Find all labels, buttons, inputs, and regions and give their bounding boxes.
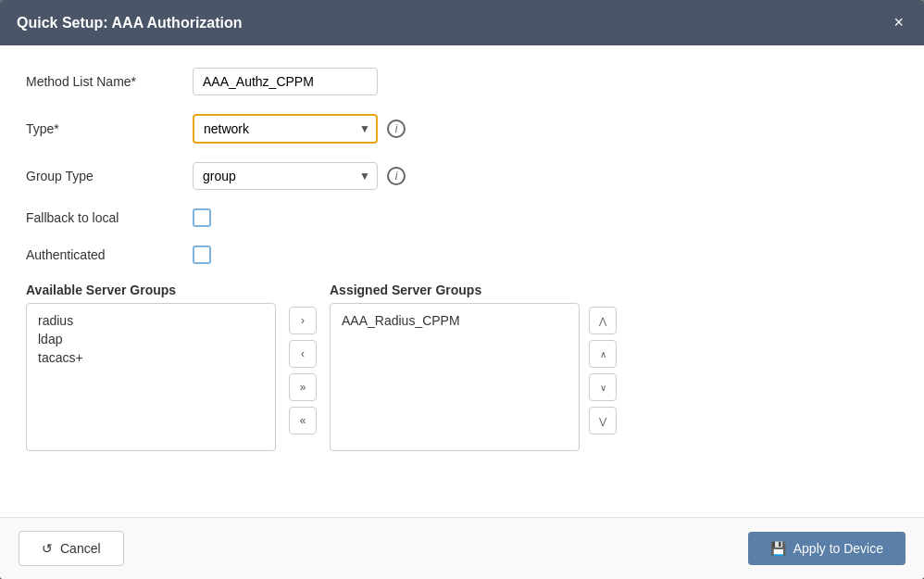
fallback-label: Fallback to local [26,210,193,225]
modal: Quick Setup: AAA Authorization × Method … [0,0,924,579]
move-top-button[interactable]: ⋀ [589,307,617,334]
server-groups-section: Available Server Groups radius ldap taca… [26,283,898,451]
move-all-right-button[interactable]: » [289,373,317,401]
move-left-button[interactable]: ‹ [289,340,317,368]
assigned-server-groups-label: Assigned Server Groups [330,283,580,297]
modal-footer: ↺ Cancel 💾 Apply to Device [0,517,924,579]
method-list-row: Method List Name* [26,68,898,95]
close-button[interactable]: × [890,13,907,32]
group-type-select-wrapper: group radius tacacs+ ldap ▼ [193,162,378,190]
list-item[interactable]: AAA_Radius_CPPM [338,311,571,330]
authenticated-label: Authenticated [26,247,193,262]
modal-title: Quick Setup: AAA Authorization [17,15,243,31]
save-icon: 💾 [770,541,786,556]
available-server-list[interactable]: radius ldap tacacs+ [26,303,276,451]
fallback-control [193,208,211,227]
undo-icon: ↺ [42,541,53,556]
type-info-icon[interactable]: i [387,120,406,138]
cancel-button[interactable]: ↺ Cancel [19,531,124,566]
modal-header: Quick Setup: AAA Authorization × [0,0,924,45]
assigned-server-list[interactable]: AAA_Radius_CPPM [330,303,580,451]
method-list-control [193,68,378,95]
move-right-button[interactable]: › [289,307,317,334]
available-server-groups-label: Available Server Groups [26,283,276,297]
type-row: Type* network exec commands ▼ i [26,114,898,144]
move-up-button[interactable]: ∧ [589,340,617,368]
available-server-groups-col: Available Server Groups radius ldap taca… [26,283,276,451]
groups-row: Available Server Groups radius ldap taca… [26,283,898,451]
group-type-row: Group Type group radius tacacs+ ldap ▼ i [26,162,898,190]
list-item[interactable]: ldap [34,330,268,348]
move-bottom-button[interactable]: ⋁ [589,407,617,434]
group-type-label: Group Type [26,169,193,183]
cancel-label: Cancel [60,541,101,556]
type-select-wrapper: network exec commands ▼ [193,114,378,144]
modal-body: Method List Name* Type* network exec com… [0,45,924,517]
assigned-server-groups-col: Assigned Server Groups AAA_Radius_CPPM [330,283,580,451]
authenticated-row: Authenticated [26,245,898,264]
authenticated-checkbox[interactable] [193,245,211,264]
list-item[interactable]: radius [34,311,268,330]
order-buttons: ⋀ ∧ ∨ ⋁ [580,307,626,434]
type-control: network exec commands ▼ i [193,114,406,144]
move-all-left-button[interactable]: « [289,407,317,434]
list-item[interactable]: tacacs+ [34,348,268,367]
transfer-buttons: › ‹ » « [276,307,330,434]
type-select[interactable]: network exec commands [193,114,378,144]
method-list-label: Method List Name* [26,74,193,89]
group-type-info-icon[interactable]: i [387,167,406,185]
fallback-checkbox[interactable] [193,208,211,227]
type-label: Type* [26,121,193,136]
move-down-button[interactable]: ∨ [589,373,617,401]
group-type-select[interactable]: group radius tacacs+ ldap [193,162,378,190]
method-list-input[interactable] [193,68,378,95]
authenticated-control [193,245,211,264]
apply-button[interactable]: 💾 Apply to Device [748,532,905,565]
group-type-control: group radius tacacs+ ldap ▼ i [193,162,406,190]
apply-label: Apply to Device [793,541,883,556]
fallback-row: Fallback to local [26,208,898,227]
